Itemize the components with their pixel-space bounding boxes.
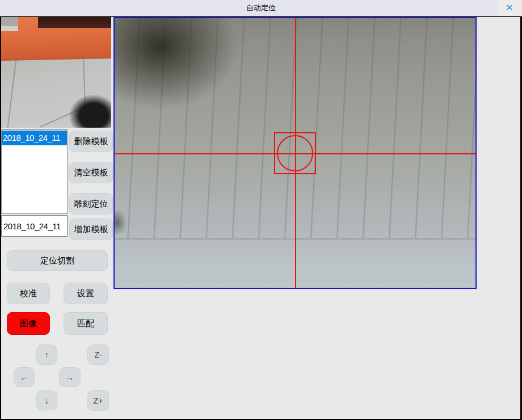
thumbnail-gray-block (1, 17, 18, 26)
window-titlebar: 自动定位 ✕ (0, 0, 522, 16)
calibrate-button[interactable]: 校准 (7, 283, 50, 304)
add-template-button[interactable]: 增加模板 (69, 219, 113, 240)
template-list-item[interactable]: 2018_10_24_11 (2, 131, 67, 145)
jog-left-button[interactable]: ← (14, 367, 35, 387)
delete-template-button[interactable]: 删除模板 (69, 131, 113, 152)
close-button[interactable]: ✕ (498, 0, 521, 16)
template-thumbnail (1, 17, 111, 128)
match-button[interactable]: 匹配 (64, 312, 108, 335)
target-box (274, 132, 316, 174)
window-title: 自动定位 (0, 0, 522, 16)
clear-templates-button[interactable]: 清空模板 (69, 162, 113, 183)
thumbnail-light-strip (1, 26, 18, 31)
image-button[interactable]: 图像 (7, 312, 50, 335)
camera-vignette (113, 17, 245, 115)
camera-dark-spot (113, 209, 127, 236)
dialog-body: 2018_10_24_11 删除模板 清空模板 雕刻定位 增加模板 定位切割 校… (1, 17, 520, 419)
position-cut-button[interactable]: 定位切割 (7, 250, 108, 271)
thumbnail-tile-line (7, 58, 16, 128)
camera-view[interactable] (113, 17, 477, 289)
engrave-position-button[interactable]: 雕刻定位 (69, 193, 113, 215)
jog-z-plus-button[interactable]: Z+ (87, 390, 109, 411)
template-name-input[interactable] (1, 215, 68, 237)
template-list[interactable]: 2018_10_24_11 (1, 129, 68, 214)
settings-button[interactable]: 设置 (64, 283, 108, 304)
close-icon[interactable]: ✕ (505, 3, 513, 12)
jog-right-button[interactable]: → (59, 367, 81, 387)
jog-z-minus-button[interactable]: Z- (87, 345, 109, 365)
thumbnail-dark-object (69, 95, 111, 128)
jog-up-button[interactable]: ↑ (36, 345, 57, 365)
jog-down-button[interactable]: ↓ (36, 390, 57, 410)
thumbnail-dark-bar (38, 17, 111, 28)
target-circle (277, 135, 313, 171)
